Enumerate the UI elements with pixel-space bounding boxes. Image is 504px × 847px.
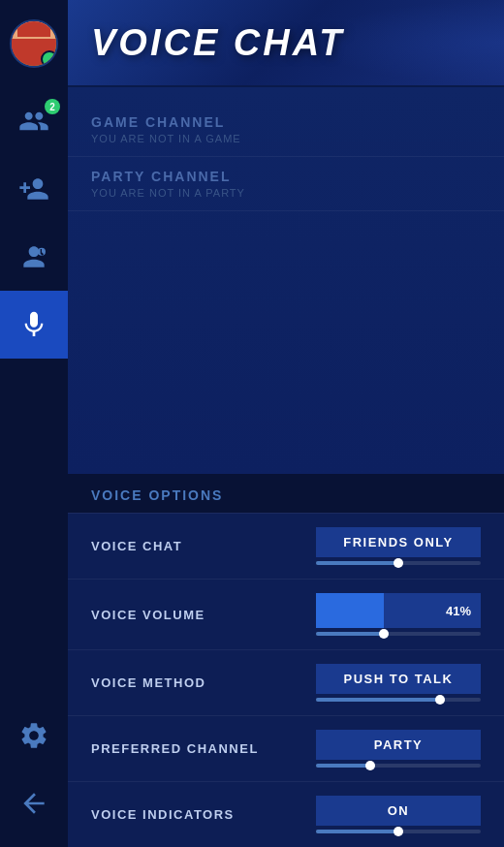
- voice-indicators-label: VOICE INDICATORS: [91, 807, 235, 822]
- voice-indicators-control: ON: [306, 796, 481, 833]
- sidebar-item-recent-players[interactable]: [0, 223, 68, 291]
- settings-area: VOICE CHAT FRIENDS ONLY VOICE VOLUME 41%: [68, 513, 504, 847]
- sidebar-item-add-friend[interactable]: [0, 155, 68, 223]
- sidebar-bottom: [0, 702, 68, 847]
- preferred-channel-slider-fill: [316, 764, 370, 768]
- avatar-container: [0, 0, 68, 87]
- voice-volume-fill: [316, 593, 384, 628]
- voice-method-slider-fill: [316, 698, 440, 702]
- voice-volume-label: VOICE VOLUME: [91, 608, 205, 622]
- sidebar-item-back[interactable]: [0, 769, 68, 837]
- game-channel-name: GAME CHANNEL: [91, 114, 481, 130]
- voice-method-button[interactable]: PUSH TO TALK: [316, 664, 481, 694]
- voice-volume-slider-handle: [379, 629, 389, 639]
- voice-options-header: VOICE OPTIONS: [68, 474, 504, 513]
- preferred-channel-slider-handle: [365, 761, 375, 770]
- game-channel: GAME CHANNEL YOU ARE NOT IN A GAME: [68, 103, 504, 157]
- microphone-icon: [18, 309, 49, 340]
- preferred-channel-control: PARTY: [306, 730, 481, 768]
- voice-chat-control: FRIENDS ONLY: [306, 527, 481, 565]
- voice-chat-slider-fill: [316, 561, 398, 565]
- voice-volume-slider-track[interactable]: [316, 632, 481, 636]
- back-icon: [18, 788, 49, 819]
- voice-volume-value: 41%: [446, 604, 471, 618]
- party-channel-name: PARTY CHANNEL: [91, 169, 481, 184]
- sidebar: 2: [0, 0, 68, 847]
- party-channel: PARTY CHANNEL YOU ARE NOT IN A PARTY: [68, 157, 504, 211]
- voice-indicators-slider-fill: [316, 830, 398, 833]
- add-friend-icon: [18, 173, 49, 204]
- friends-badge: 2: [45, 99, 60, 114]
- voice-method-slider-track[interactable]: [316, 698, 481, 702]
- main-content: VOICE CHAT GAME CHANNEL YOU ARE NOT IN A…: [68, 0, 504, 847]
- sidebar-item-friends[interactable]: 2: [0, 87, 68, 155]
- avatar: [10, 19, 58, 68]
- channel-area: GAME CHANNEL YOU ARE NOT IN A GAME PARTY…: [68, 87, 504, 474]
- voice-options-title: VOICE OPTIONS: [91, 487, 481, 503]
- settings-icon: [18, 720, 49, 751]
- preferred-channel-slider-track[interactable]: [316, 764, 481, 768]
- voice-chat-label: VOICE CHAT: [91, 539, 182, 553]
- recent-players-icon: [18, 241, 49, 272]
- page-title: VOICE CHAT: [91, 22, 345, 64]
- party-channel-status: YOU ARE NOT IN A PARTY: [91, 187, 481, 199]
- sidebar-item-voice-chat[interactable]: [0, 291, 68, 359]
- voice-method-row: VOICE METHOD PUSH TO TALK: [68, 649, 504, 715]
- voice-chat-button[interactable]: FRIENDS ONLY: [316, 527, 481, 557]
- voice-method-control: PUSH TO TALK: [306, 664, 481, 702]
- preferred-channel-row: PREFERRED CHANNEL PARTY: [68, 715, 504, 781]
- sidebar-item-settings[interactable]: [0, 702, 68, 769]
- voice-chat-slider-handle: [394, 558, 403, 568]
- voice-volume-bar[interactable]: 41%: [316, 593, 481, 628]
- header: VOICE CHAT: [68, 0, 504, 87]
- voice-chat-row: VOICE CHAT FRIENDS ONLY: [68, 513, 504, 579]
- voice-indicators-row: VOICE INDICATORS ON: [68, 781, 504, 847]
- voice-volume-row: VOICE VOLUME 41%: [68, 579, 504, 649]
- preferred-channel-button[interactable]: PARTY: [316, 730, 481, 760]
- preferred-channel-label: PREFERRED CHANNEL: [91, 741, 259, 756]
- game-channel-status: YOU ARE NOT IN A GAME: [91, 133, 481, 144]
- voice-volume-slider-fill: [316, 632, 384, 636]
- voice-chat-slider-track[interactable]: [316, 561, 481, 565]
- voice-volume-control: 41%: [306, 593, 481, 636]
- sidebar-nav: 2: [0, 87, 68, 702]
- voice-indicators-button[interactable]: ON: [316, 796, 481, 826]
- voice-indicators-slider-track[interactable]: [316, 830, 481, 833]
- voice-method-label: VOICE METHOD: [91, 675, 205, 690]
- voice-indicators-slider-handle: [394, 827, 403, 836]
- voice-method-slider-handle: [435, 695, 445, 705]
